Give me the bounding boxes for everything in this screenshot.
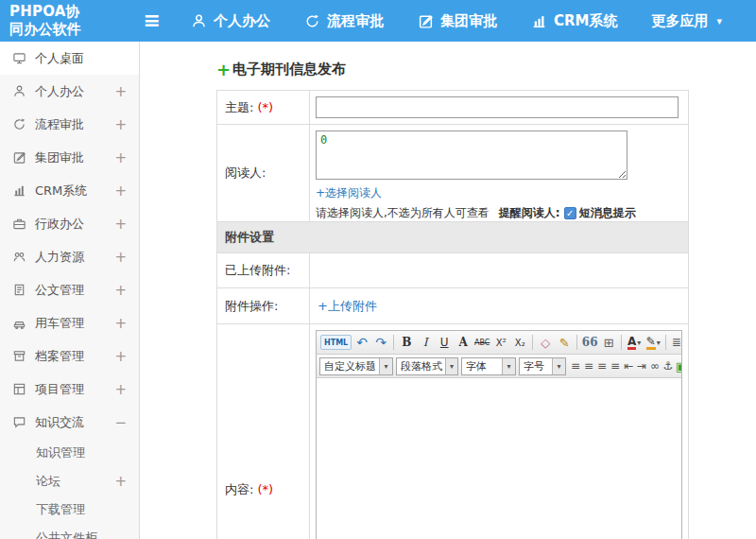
caret-down-icon: ▾ (502, 358, 515, 374)
subject-label-cell: 主题: (*) (217, 91, 310, 125)
sidebar-item-label: 个人桌面 (35, 50, 84, 67)
caret-down-icon: ▾ (379, 358, 392, 374)
readers-textarea[interactable]: 0 (316, 130, 627, 180)
nav-workflow-approval[interactable]: 流程审批 (304, 12, 384, 30)
expand-icon[interactable]: + (114, 116, 127, 133)
archive-icon (11, 349, 26, 364)
top-nav: 个人办公 流程审批 集团审批 CRM系统 更多应用 ▾ (191, 12, 756, 30)
custom-heading-dropdown[interactable]: 自定义标题▾ (319, 357, 393, 375)
table-icon[interactable]: ⊞ (600, 334, 617, 352)
expand-icon[interactable]: + (114, 149, 127, 166)
align-left-icon[interactable]: ≡ (569, 357, 582, 375)
menu-toggle-icon[interactable]: ≡ (144, 10, 161, 31)
sidebar-item-document-mgmt[interactable]: 公文管理 + (0, 273, 139, 306)
edit-approve-icon (418, 13, 434, 29)
undo-icon[interactable]: ↶ (353, 334, 370, 352)
expand-icon[interactable]: + (114, 381, 127, 398)
sidebar-item-label: 人力资源 (35, 249, 84, 266)
ordered-list-button[interactable]: ≣▾ (670, 334, 681, 352)
insert-image-icon[interactable]: ▣ (675, 357, 681, 375)
caret-down-icon: ▾ (716, 15, 722, 27)
font-color-button[interactable]: A▾ (626, 334, 643, 352)
sidebar-item-personal-office[interactable]: 个人办公 + (0, 75, 139, 108)
expand-icon[interactable]: + (114, 216, 127, 233)
expand-icon[interactable]: + (114, 473, 127, 490)
font-family-dropdown[interactable]: 字体▾ (461, 357, 516, 375)
sms-label: 短消息提示 (579, 205, 636, 221)
nav-label: 个人办公 (214, 12, 270, 30)
sidebar-subitem-knowledge-mgmt[interactable]: 知识管理 (0, 439, 139, 467)
attachment-section-title: 附件设置 (217, 222, 689, 253)
sidebar-item-archive-mgmt[interactable]: 档案管理 + (0, 339, 139, 373)
align-right-icon[interactable]: ≡ (595, 357, 609, 375)
sidebar-subitem-forum[interactable]: 论坛 + (0, 467, 139, 496)
italic-button[interactable]: I (417, 334, 434, 352)
expand-icon[interactable]: + (114, 83, 127, 100)
indent-icon[interactable]: ⇥ (635, 357, 648, 375)
people-icon (11, 250, 26, 265)
sms-checkbox[interactable]: ✓ (564, 207, 576, 219)
sidebar-item-vehicle-mgmt[interactable]: 用车管理 + (0, 306, 139, 339)
source-code-button[interactable]: HTML (320, 335, 352, 350)
sidebar-item-project-mgmt[interactable]: 项目管理 + (0, 373, 139, 406)
chat-icon (11, 415, 26, 430)
project-icon (11, 382, 26, 397)
rich-text-editor: HTML ↶ ↷ B I U A ABC X² X₂ ◇ (316, 330, 682, 539)
expand-icon[interactable]: + (114, 249, 127, 266)
content-label: 内容: (225, 482, 253, 496)
upload-attachment-link[interactable]: +上传附件 (318, 298, 377, 315)
bold-button[interactable]: B (398, 334, 415, 352)
expand-icon[interactable]: + (114, 315, 127, 332)
sidebar-item-label: 个人办公 (35, 83, 84, 100)
select-readers-link[interactable]: +选择阅读人 (316, 185, 382, 201)
superscript-button[interactable]: X² (492, 334, 509, 352)
remove-format-icon[interactable]: ◇ (537, 334, 554, 352)
paragraph-format-dropdown[interactable]: 段落格式▾ (396, 357, 458, 375)
highlight-color-button[interactable]: ✎▾ (644, 334, 662, 352)
expand-icon[interactable]: + (114, 282, 127, 299)
sidebar-item-workflow-approval[interactable]: 流程审批 + (0, 108, 139, 141)
subject-row: 主题: (*) (217, 91, 689, 125)
font-button[interactable]: A (455, 334, 472, 352)
align-justify-icon[interactable]: ≡ (609, 357, 622, 375)
nav-label: CRM系统 (554, 12, 618, 30)
subscript-button[interactable]: X₂ (511, 334, 528, 352)
sidebar-item-label: 集团审批 (35, 149, 84, 166)
edit-approve-icon (11, 150, 26, 165)
nav-label: 集团审批 (440, 12, 497, 30)
sidebar-subitem-download-mgmt[interactable]: 下载管理 (0, 496, 139, 524)
sidebar-item-desktop[interactable]: 个人桌面 (0, 42, 139, 75)
nav-label: 更多应用 (651, 12, 708, 30)
ordered-list-icon: ≣ (672, 336, 681, 349)
nav-group-approval[interactable]: 集团审批 (418, 12, 497, 30)
subject-input[interactable] (316, 96, 679, 118)
sidebar-item-crm[interactable]: CRM系统 + (0, 174, 139, 207)
redo-icon[interactable]: ↷ (372, 334, 389, 352)
toolbar-separator (621, 335, 622, 350)
outdent-icon[interactable]: ⇤ (622, 357, 635, 375)
nav-more-apps[interactable]: 更多应用 ▾ (651, 12, 722, 30)
expand-icon[interactable]: + (114, 348, 127, 365)
blockquote-button[interactable]: 66 (581, 334, 598, 352)
underline-button[interactable]: U (436, 334, 453, 352)
link-icon[interactable]: ∞ (648, 357, 662, 375)
collapse-icon[interactable]: − (114, 414, 127, 431)
format-brush-icon[interactable]: ✎ (556, 334, 573, 352)
sidebar-item-group-approval[interactable]: 集团审批 + (0, 141, 139, 174)
nav-personal-office[interactable]: 个人办公 (191, 12, 270, 30)
strikethrough-button[interactable]: ABC (473, 334, 490, 352)
anchor-icon[interactable]: ⚓ (662, 357, 675, 375)
sidebar-subitem-public-file-cabinet[interactable]: 公共文件柜 (0, 524, 139, 539)
font-size-dropdown[interactable]: 字号▾ (519, 357, 566, 375)
attachment-operation-row: 附件操作: +上传附件 (217, 288, 689, 324)
dropdown-label: 字号 (524, 359, 544, 374)
sidebar-item-hr[interactable]: 人力资源 + (0, 240, 139, 273)
sidebar-item-knowledge-exchange[interactable]: 知识交流 − (0, 406, 139, 439)
sidebar-item-admin-office[interactable]: 行政办公 + (0, 207, 139, 240)
expand-icon[interactable]: + (114, 183, 127, 200)
nav-crm-system[interactable]: CRM系统 (531, 12, 618, 30)
page-title-text: 电子期刊信息发布 (232, 61, 346, 78)
align-center-icon[interactable]: ≡ (582, 357, 595, 375)
toolbar-separator (665, 335, 666, 350)
editor-content-area[interactable] (317, 378, 681, 539)
